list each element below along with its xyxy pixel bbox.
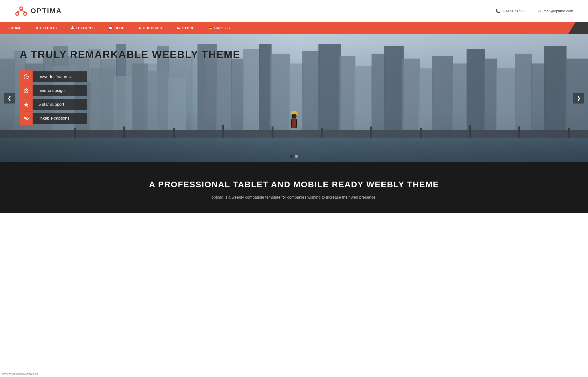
slider-dot-1[interactable] (290, 155, 293, 158)
svg-marker-82 (24, 102, 29, 107)
dark-section-title: A PROFESSIONAL TABLET AND MOBILE READY W… (15, 180, 573, 189)
hero-title: A TRULY REMARKABLE WEEBLY THEME (20, 49, 568, 61)
hero-content: A TRULY REMARKABLE WEEBLY THEME powerful… (0, 34, 588, 162)
purchase-icon: ⬇ (138, 26, 141, 30)
feature-icon-unique (20, 84, 33, 97)
slider-dots (290, 155, 298, 158)
nav-label-features: FEATURES (76, 26, 95, 30)
svg-line-80 (25, 89, 26, 89)
svg-line-4 (21, 10, 25, 12)
feature-item-2[interactable]: unique design (20, 84, 568, 97)
slider-arrow-left[interactable]: ❮ (4, 93, 15, 104)
cart-icon: 💳 (208, 26, 213, 30)
feature-label-link: linkable captions (33, 113, 87, 124)
svg-point-8 (72, 26, 73, 28)
nav-item-cart[interactable]: 💳 CART (0) (201, 22, 237, 34)
store-icon: 🏷 (177, 26, 180, 30)
feature-label-star: 5 star support (33, 99, 87, 110)
blog-icon: 💬 (109, 26, 113, 30)
chevron-right-icon: ❯ (577, 95, 581, 101)
features-icon (71, 26, 74, 30)
chevron-left-icon: ❮ (7, 95, 12, 101)
slider-arrow-right[interactable]: ❯ (573, 93, 584, 104)
nav-item-layouts[interactable]: ⚙ LAYOUTS (28, 22, 64, 34)
contact-area: 📞 +44 567 8900 ✉ mail@optima.com (495, 9, 573, 13)
email-address: mail@optima.com (544, 9, 573, 13)
nav-item-home[interactable]: ⌂ HOME (0, 22, 28, 34)
feature-icon-star (20, 98, 33, 111)
logo-text: OPTIMA (31, 7, 62, 15)
header: OPTIMA 📞 +44 567 8900 ✉ mail@optima.com (0, 0, 588, 22)
phone-icon: 📞 (495, 9, 500, 13)
feature-icon-link (20, 112, 33, 125)
svg-point-6 (16, 13, 18, 15)
hero-section: A TRULY REMARKABLE WEEBLY THEME powerful… (0, 34, 588, 162)
svg-point-79 (24, 89, 26, 90)
logo-icon (15, 4, 28, 17)
nav-item-blog[interactable]: 💬 BLOG (102, 22, 132, 34)
nav-label-purchase: PURCHASE (143, 26, 163, 30)
phone-number: +44 567 8900 (503, 9, 526, 13)
logo-area: OPTIMA (15, 4, 62, 17)
home-icon: ⌂ (7, 26, 9, 30)
dark-section-subtitle: optima is a weebly compatible template f… (208, 194, 380, 201)
svg-point-74 (26, 76, 27, 77)
feature-item-3[interactable]: 5 star support (20, 98, 568, 111)
feature-label-unique: unique design (33, 85, 87, 96)
feature-item-1[interactable]: powerful features (20, 70, 568, 83)
svg-point-5 (20, 7, 22, 9)
feature-item-4[interactable]: linkable captions (20, 112, 568, 125)
svg-line-3 (17, 10, 21, 12)
email-contact: ✉ mail@optima.com (538, 9, 573, 13)
nav-items: ⌂ HOME ⚙ LAYOUTS FEATURES 💬 BLOG ⬇ PURCH… (0, 22, 568, 34)
nav-label-cart: CART (0) (214, 26, 230, 30)
navbar: ⌂ HOME ⚙ LAYOUTS FEATURES 💬 BLOG ⬇ PURCH… (0, 22, 588, 34)
feature-label-powerful: powerful features (33, 71, 87, 82)
nav-item-features[interactable]: FEATURES (64, 22, 102, 34)
svg-point-7 (24, 13, 26, 15)
svg-point-81 (26, 88, 27, 89)
nav-corner-decoration (568, 22, 588, 34)
dark-section: A PROFESSIONAL TABLET AND MOBILE READY W… (0, 162, 588, 213)
nav-label-blog: BLOG (115, 26, 125, 30)
phone-contact: 📞 +44 567 8900 (495, 9, 526, 13)
nav-label-store: STORE (182, 26, 195, 30)
layouts-icon: ⚙ (35, 26, 39, 30)
nav-label-layouts: LAYOUTS (40, 26, 57, 30)
slider-dot-2[interactable] (295, 155, 298, 158)
nav-label-home: HOME (11, 26, 21, 30)
nav-item-store[interactable]: 🏷 STORE (170, 22, 201, 34)
feature-icon-powerful (20, 70, 33, 83)
email-icon: ✉ (538, 9, 541, 13)
feature-list: powerful features unique design (20, 70, 568, 126)
nav-item-purchase[interactable]: ⬇ PURCHASE (132, 22, 170, 34)
